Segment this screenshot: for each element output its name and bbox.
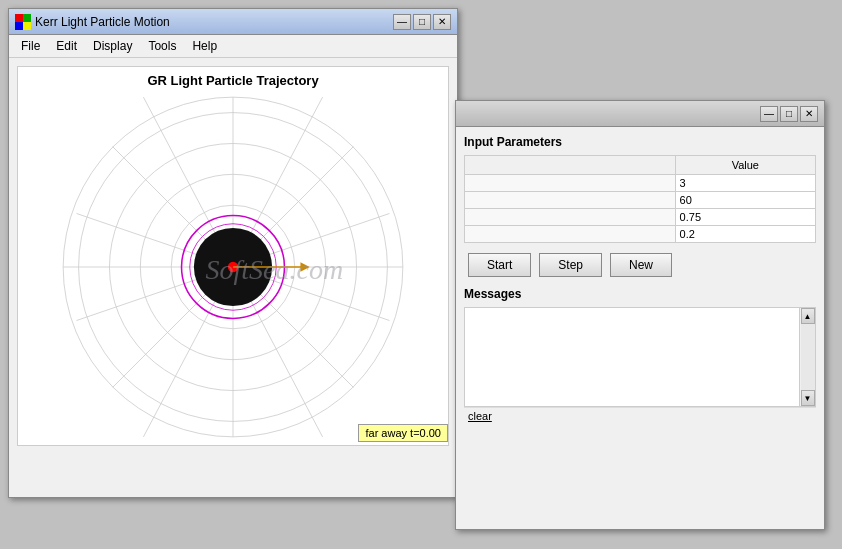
polar-grid [18, 92, 448, 442]
chart-canvas: SoftSea.com far away t=0.00 [18, 92, 448, 442]
messages-title: Messages [464, 287, 816, 301]
menu-tools[interactable]: Tools [140, 37, 184, 55]
params-minimize-button[interactable]: — [760, 106, 778, 122]
chart-area: GR Light Particle Trajectory [17, 66, 449, 446]
status-label: far away t=0.00 [358, 424, 448, 442]
main-window: Kerr Light Particle Motion — □ ✕ File Ed… [8, 8, 458, 498]
messages-box: ▲ ▼ [464, 307, 816, 407]
params-content: Input Parameters Value 3 60 [456, 127, 824, 432]
param-value-1[interactable]: 60 [675, 192, 815, 209]
titlebar-buttons: — □ ✕ [393, 14, 451, 30]
value-column-header: Value [675, 156, 815, 175]
param-label-2 [465, 209, 676, 226]
table-row: 60 [465, 192, 816, 209]
param-value-3[interactable]: 0.2 [675, 226, 815, 243]
param-value-0[interactable]: 3 [675, 175, 815, 192]
scroll-up-button[interactable]: ▲ [801, 308, 815, 324]
main-window-title: Kerr Light Particle Motion [35, 15, 170, 29]
param-label-0 [465, 175, 676, 192]
buttons-row: Start Step New [464, 253, 816, 277]
svg-rect-0 [15, 14, 23, 22]
scroll-down-button[interactable]: ▼ [801, 390, 815, 406]
menu-file[interactable]: File [13, 37, 48, 55]
close-button[interactable]: ✕ [433, 14, 451, 30]
table-row: 0.2 [465, 226, 816, 243]
svg-rect-1 [23, 14, 31, 22]
messages-scrollbar: ▲ ▼ [799, 308, 815, 406]
menu-help[interactable]: Help [184, 37, 225, 55]
messages-section: Messages ▲ ▼ clear [464, 287, 816, 424]
label-column-header [465, 156, 676, 175]
menu-display[interactable]: Display [85, 37, 140, 55]
minimize-button[interactable]: — [393, 14, 411, 30]
input-params-title: Input Parameters [464, 135, 816, 149]
params-titlebar: — □ ✕ [456, 101, 824, 127]
svg-rect-3 [23, 22, 31, 30]
scroll-track [801, 324, 815, 390]
main-titlebar: Kerr Light Particle Motion — □ ✕ [9, 9, 457, 35]
chart-title: GR Light Particle Trajectory [18, 67, 448, 92]
table-row: 0.75 [465, 209, 816, 226]
menubar: File Edit Display Tools Help [9, 35, 457, 58]
param-label-3 [465, 226, 676, 243]
params-table: Value 3 60 0.75 0.2 [464, 155, 816, 243]
params-window: — □ ✕ Input Parameters Value 3 60 [455, 100, 825, 530]
new-button[interactable]: New [610, 253, 672, 277]
step-button[interactable]: Step [539, 253, 602, 277]
params-titlebar-buttons: — □ ✕ [760, 106, 818, 122]
maximize-button[interactable]: □ [413, 14, 431, 30]
table-row: 3 [465, 175, 816, 192]
param-label-1 [465, 192, 676, 209]
params-maximize-button[interactable]: □ [780, 106, 798, 122]
params-close-button[interactable]: ✕ [800, 106, 818, 122]
svg-rect-2 [15, 22, 23, 30]
app-icon [15, 14, 31, 30]
titlebar-left: Kerr Light Particle Motion [15, 14, 170, 30]
menu-edit[interactable]: Edit [48, 37, 85, 55]
start-button[interactable]: Start [468, 253, 531, 277]
clear-link[interactable]: clear [464, 407, 816, 424]
param-value-2[interactable]: 0.75 [675, 209, 815, 226]
